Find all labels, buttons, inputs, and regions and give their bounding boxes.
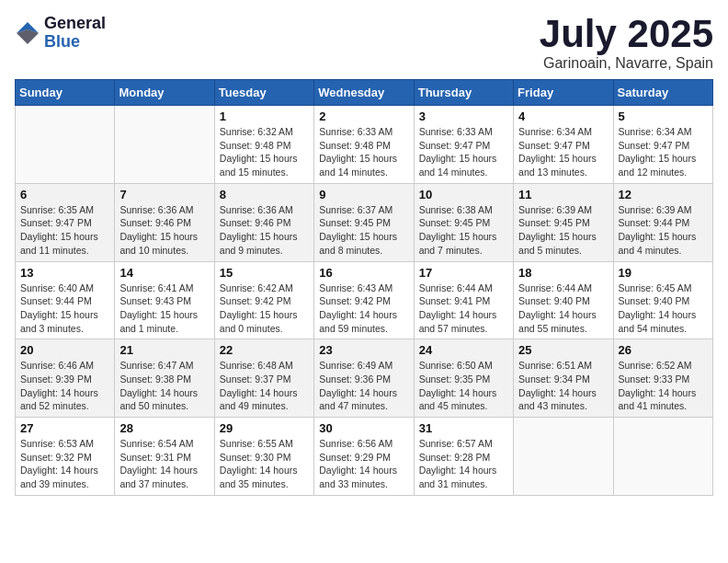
calendar-day-cell bbox=[514, 418, 613, 496]
day-number: 13 bbox=[20, 266, 109, 280]
day-number: 5 bbox=[619, 109, 708, 123]
day-number: 11 bbox=[518, 188, 608, 201]
day-number: 24 bbox=[419, 343, 508, 357]
logo: General Blue bbox=[15, 15, 106, 52]
calendar-day-cell: 10Sunrise: 6:38 AM Sunset: 9:45 PM Dayli… bbox=[414, 183, 513, 261]
day-number: 29 bbox=[220, 421, 309, 435]
calendar-day-cell: 17Sunrise: 6:44 AM Sunset: 9:41 PM Dayli… bbox=[414, 261, 513, 339]
calendar-day-cell: 29Sunrise: 6:55 AM Sunset: 9:30 PM Dayli… bbox=[214, 418, 313, 496]
day-number: 9 bbox=[319, 188, 408, 201]
calendar-day-cell bbox=[613, 418, 712, 496]
day-info: Sunrise: 6:52 AM Sunset: 9:33 PM Dayligh… bbox=[619, 359, 708, 413]
day-number: 20 bbox=[20, 343, 109, 357]
day-info: Sunrise: 6:45 AM Sunset: 9:40 PM Dayligh… bbox=[619, 282, 708, 336]
calendar-day-cell: 12Sunrise: 6:39 AM Sunset: 9:44 PM Dayli… bbox=[613, 183, 712, 261]
day-number: 10 bbox=[419, 188, 508, 201]
day-number: 21 bbox=[119, 343, 209, 357]
day-info: Sunrise: 6:55 AM Sunset: 9:30 PM Dayligh… bbox=[220, 437, 309, 491]
calendar-week-row: 13Sunrise: 6:40 AM Sunset: 9:44 PM Dayli… bbox=[16, 261, 713, 339]
day-info: Sunrise: 6:56 AM Sunset: 9:29 PM Dayligh… bbox=[319, 437, 408, 491]
logo-text: General Blue bbox=[44, 15, 106, 52]
location: Garinoain, Navarre, Spain bbox=[540, 55, 713, 72]
day-info: Sunrise: 6:53 AM Sunset: 9:32 PM Dayligh… bbox=[20, 437, 109, 491]
day-number: 14 bbox=[119, 266, 209, 280]
day-info: Sunrise: 6:40 AM Sunset: 9:44 PM Dayligh… bbox=[20, 282, 109, 336]
calendar-day-cell: 26Sunrise: 6:52 AM Sunset: 9:33 PM Dayli… bbox=[613, 339, 712, 418]
calendar-week-row: 27Sunrise: 6:53 AM Sunset: 9:32 PM Dayli… bbox=[16, 418, 713, 496]
day-info: Sunrise: 6:34 AM Sunset: 9:47 PM Dayligh… bbox=[619, 125, 708, 179]
weekday-header-wednesday: Wednesday bbox=[314, 80, 414, 106]
calendar-day-cell: 15Sunrise: 6:42 AM Sunset: 9:42 PM Dayli… bbox=[214, 261, 313, 339]
calendar-week-row: 1Sunrise: 6:32 AM Sunset: 9:48 PM Daylig… bbox=[16, 106, 713, 184]
calendar-day-cell: 1Sunrise: 6:32 AM Sunset: 9:48 PM Daylig… bbox=[214, 106, 313, 184]
day-info: Sunrise: 6:35 AM Sunset: 9:47 PM Dayligh… bbox=[20, 203, 109, 258]
day-info: Sunrise: 6:46 AM Sunset: 9:39 PM Dayligh… bbox=[20, 359, 109, 413]
weekday-header-friday: Friday bbox=[514, 80, 613, 106]
day-number: 12 bbox=[619, 188, 708, 201]
day-info: Sunrise: 6:33 AM Sunset: 9:47 PM Dayligh… bbox=[419, 125, 508, 179]
day-info: Sunrise: 6:36 AM Sunset: 9:46 PM Dayligh… bbox=[220, 203, 309, 258]
calendar-day-cell: 5Sunrise: 6:34 AM Sunset: 9:47 PM Daylig… bbox=[613, 106, 712, 184]
calendar-day-cell: 20Sunrise: 6:46 AM Sunset: 9:39 PM Dayli… bbox=[16, 339, 115, 418]
day-info: Sunrise: 6:44 AM Sunset: 9:40 PM Dayligh… bbox=[518, 282, 608, 336]
day-info: Sunrise: 6:41 AM Sunset: 9:43 PM Dayligh… bbox=[119, 282, 209, 336]
day-info: Sunrise: 6:32 AM Sunset: 9:48 PM Dayligh… bbox=[220, 125, 309, 179]
day-number: 27 bbox=[20, 421, 109, 435]
day-number: 15 bbox=[220, 266, 309, 280]
calendar-table: SundayMondayTuesdayWednesdayThursdayFrid… bbox=[15, 79, 713, 496]
calendar-day-cell bbox=[115, 106, 214, 184]
day-info: Sunrise: 6:33 AM Sunset: 9:48 PM Dayligh… bbox=[319, 125, 408, 179]
day-number: 8 bbox=[220, 188, 309, 201]
day-number: 31 bbox=[419, 421, 508, 435]
day-info: Sunrise: 6:51 AM Sunset: 9:34 PM Dayligh… bbox=[518, 359, 608, 413]
page-header: General Blue July 2025 Garinoain, Navarr… bbox=[15, 15, 713, 72]
day-number: 19 bbox=[619, 266, 708, 280]
calendar-week-row: 20Sunrise: 6:46 AM Sunset: 9:39 PM Dayli… bbox=[16, 339, 713, 418]
day-info: Sunrise: 6:36 AM Sunset: 9:46 PM Dayligh… bbox=[119, 203, 209, 258]
day-info: Sunrise: 6:48 AM Sunset: 9:37 PM Dayligh… bbox=[220, 359, 309, 413]
calendar-day-cell: 21Sunrise: 6:47 AM Sunset: 9:38 PM Dayli… bbox=[115, 339, 214, 418]
day-info: Sunrise: 6:57 AM Sunset: 9:28 PM Dayligh… bbox=[419, 437, 508, 491]
calendar-day-cell: 31Sunrise: 6:57 AM Sunset: 9:28 PM Dayli… bbox=[414, 418, 513, 496]
calendar-day-cell: 7Sunrise: 6:36 AM Sunset: 9:46 PM Daylig… bbox=[115, 183, 214, 261]
day-number: 4 bbox=[518, 109, 608, 123]
weekday-header-monday: Monday bbox=[115, 80, 214, 106]
title-block: July 2025 Garinoain, Navarre, Spain bbox=[540, 15, 713, 72]
calendar-day-cell: 6Sunrise: 6:35 AM Sunset: 9:47 PM Daylig… bbox=[16, 183, 115, 261]
weekday-header-saturday: Saturday bbox=[613, 80, 712, 106]
month-title: July 2025 bbox=[540, 15, 713, 53]
day-info: Sunrise: 6:47 AM Sunset: 9:38 PM Dayligh… bbox=[119, 359, 209, 413]
day-number: 16 bbox=[319, 266, 408, 280]
calendar-day-cell bbox=[16, 106, 115, 184]
day-info: Sunrise: 6:54 AM Sunset: 9:31 PM Dayligh… bbox=[119, 437, 209, 491]
day-info: Sunrise: 6:43 AM Sunset: 9:42 PM Dayligh… bbox=[319, 282, 408, 336]
day-info: Sunrise: 6:50 AM Sunset: 9:35 PM Dayligh… bbox=[419, 359, 508, 413]
calendar-day-cell: 19Sunrise: 6:45 AM Sunset: 9:40 PM Dayli… bbox=[613, 261, 712, 339]
day-number: 28 bbox=[119, 421, 209, 435]
calendar-day-cell: 3Sunrise: 6:33 AM Sunset: 9:47 PM Daylig… bbox=[414, 106, 513, 184]
calendar-day-cell: 24Sunrise: 6:50 AM Sunset: 9:35 PM Dayli… bbox=[414, 339, 513, 418]
day-info: Sunrise: 6:37 AM Sunset: 9:45 PM Dayligh… bbox=[319, 203, 408, 258]
calendar-week-row: 6Sunrise: 6:35 AM Sunset: 9:47 PM Daylig… bbox=[16, 183, 713, 261]
calendar-day-cell: 11Sunrise: 6:39 AM Sunset: 9:45 PM Dayli… bbox=[514, 183, 613, 261]
day-number: 23 bbox=[319, 343, 408, 357]
weekday-header-thursday: Thursday bbox=[414, 80, 513, 106]
logo-icon bbox=[15, 20, 40, 46]
day-info: Sunrise: 6:49 AM Sunset: 9:36 PM Dayligh… bbox=[319, 359, 408, 413]
weekday-header-sunday: Sunday bbox=[16, 80, 115, 106]
calendar-day-cell: 4Sunrise: 6:34 AM Sunset: 9:47 PM Daylig… bbox=[514, 106, 613, 184]
day-number: 6 bbox=[20, 188, 109, 201]
day-number: 30 bbox=[319, 421, 408, 435]
calendar-day-cell: 25Sunrise: 6:51 AM Sunset: 9:34 PM Dayli… bbox=[514, 339, 613, 418]
calendar-day-cell: 14Sunrise: 6:41 AM Sunset: 9:43 PM Dayli… bbox=[115, 261, 214, 339]
day-info: Sunrise: 6:44 AM Sunset: 9:41 PM Dayligh… bbox=[419, 282, 508, 336]
day-number: 22 bbox=[220, 343, 309, 357]
day-number: 25 bbox=[518, 343, 608, 357]
calendar-day-cell: 2Sunrise: 6:33 AM Sunset: 9:48 PM Daylig… bbox=[314, 106, 414, 184]
calendar-day-cell: 16Sunrise: 6:43 AM Sunset: 9:42 PM Dayli… bbox=[314, 261, 414, 339]
weekday-header-row: SundayMondayTuesdayWednesdayThursdayFrid… bbox=[16, 80, 713, 106]
day-number: 1 bbox=[220, 109, 309, 123]
day-info: Sunrise: 6:39 AM Sunset: 9:44 PM Dayligh… bbox=[619, 203, 708, 258]
weekday-header-tuesday: Tuesday bbox=[214, 80, 313, 106]
day-number: 17 bbox=[419, 266, 508, 280]
